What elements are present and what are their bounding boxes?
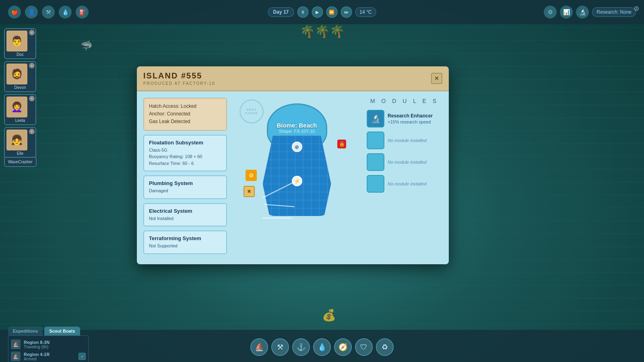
modal-header: ISLAND #555 PRODUCED AT FACTORY-10 × <box>137 66 449 91</box>
floatation-name: Floatation Subsystem <box>149 140 221 146</box>
modules-title: M O D U L E S <box>367 98 442 104</box>
biome-name: Biome: Beach <box>277 122 317 129</box>
floatation-card: Floatation Subsystem Class-5G Buoyancy R… <box>143 135 227 172</box>
expedition-list: ⛵ Region 8-3N Traveling (6h) ⛵ Region 4-… <box>8 335 89 362</box>
status-card: Hatch Access: Locked Anchor: Connected G… <box>143 98 227 131</box>
terraforming-card: Terraforming System Not Supported <box>143 230 227 254</box>
avatar-leela-face: 👩‍🦱 <box>6 97 27 117</box>
lock-icon: 🔒 <box>337 140 346 148</box>
avatar-devon-name: Devon <box>14 85 26 90</box>
module-slot-2[interactable]: No module installed <box>367 132 442 149</box>
electrical-status: Not Installed <box>149 215 221 222</box>
pause-button[interactable]: ⏸ <box>297 6 308 18</box>
avatar-devon-close[interactable]: × <box>29 63 35 68</box>
modal-right-panel: M O D U L E S 🔬 Research Enhancer +15% r… <box>360 91 449 264</box>
tab-expeditions[interactable]: Expeditions <box>8 327 43 335</box>
plumbing-name: Plumbing System <box>149 180 221 186</box>
module-slot-1[interactable]: 🔬 Research Enhancer +15% research speed <box>367 110 442 128</box>
modal-center-panel: SEAS STONE Biome: Beach Shape: FX-107-10… <box>233 91 360 264</box>
electrical-card: Electrical System Not Installed <box>143 203 227 227</box>
hud-tools-icon: ⚒ <box>42 6 55 19</box>
hud-food-icon: 🍎 <box>8 6 21 19</box>
warning-gear-icon: ⚙ <box>246 170 257 181</box>
modal-body: Hatch Access: Locked Anchor: Connected G… <box>137 91 449 264</box>
bottom-icon-water[interactable]: 💧 <box>313 338 331 356</box>
top-hud: 🍎 👤 ⚒ 💧 ⛽ Day 17 ⏸ ▶ ⏩ ⏭ 14 °C ⚙ 📊 🔬 Res… <box>0 0 644 24</box>
island-modal: ISLAND #555 PRODUCED AT FACTORY-10 × Hat… <box>137 66 449 264</box>
hud-center: Day 17 ⏸ ▶ ⏩ ⏭ 14 °C <box>268 6 376 18</box>
avatar-doc-close[interactable]: × <box>29 30 35 35</box>
module-slot-4[interactable]: No module installed <box>367 175 442 193</box>
plumbing-status: Damaged <box>149 187 221 194</box>
fast-forward-button[interactable]: ⏩ <box>326 6 337 18</box>
play-button[interactable]: ▶ <box>312 6 323 18</box>
biome-shape: Shape: FX-107-10 <box>279 129 315 134</box>
avatar-elle: 👧 × Elle <box>4 127 36 158</box>
avatars-panel: 👨 × Doc 🧔 × Devon 👩‍🦱 × Leela 👧 × Elle <box>4 28 36 158</box>
palm-decoration: 🌴🌴🌴 <box>300 24 345 38</box>
modal-left-panel: Hatch Access: Locked Anchor: Connected G… <box>137 91 233 264</box>
treasure-decoration: 💰 <box>322 309 336 322</box>
hud-people-icon: 👤 <box>25 6 38 19</box>
avatar-leela-name: Leela <box>15 118 25 123</box>
fastest-button[interactable]: ⏭ <box>341 6 352 18</box>
bottom-icon-anchor[interactable]: ⚓ <box>292 338 310 356</box>
shark-decoration: 🦈 <box>80 40 93 51</box>
anchor-node[interactable]: ⊕ <box>292 142 302 152</box>
module-1-text: Research Enhancer +15% research speed <box>388 113 442 124</box>
module-1-name: Research Enhancer <box>388 113 442 119</box>
bottom-icon-compass[interactable]: 🧭 <box>334 338 352 356</box>
module-3-name: No module installed <box>388 160 442 165</box>
day-counter: Day 17 <box>268 7 294 17</box>
expedition-item-2: ⛵ Region 4-1R Arrived › <box>11 350 86 362</box>
avatar-elle-face: 👧 <box>6 130 27 150</box>
plumbing-card: Plumbing System Damaged <box>143 175 227 199</box>
expedition-1-icon: ⛵ <box>11 339 21 349</box>
bottom-icon-ship[interactable]: ⛵ <box>250 338 268 356</box>
avatar-doc: 👨 × Doc <box>4 28 36 59</box>
electrical-node[interactable]: ⚡ <box>292 176 302 186</box>
module-slot-3[interactable]: No module installed <box>367 153 442 171</box>
module-2-text: No module installed <box>388 138 442 143</box>
research-display: Research: None <box>592 7 636 17</box>
temperature-display: 14 °C <box>355 7 376 17</box>
modal-subtitle: PRODUCED AT FACTORY-10 <box>143 81 215 86</box>
modal-close-button[interactable]: × <box>431 73 442 84</box>
expedition-1-status: Traveling (6h) <box>24 345 50 349</box>
wavecrasher-label: WaveCrasher <box>4 157 37 167</box>
hud-fuel-icon: ⛽ <box>76 6 89 19</box>
floatation-detail-0: Class-5G <box>149 147 221 154</box>
tab-scout-boats[interactable]: Scout Boats <box>44 327 80 335</box>
modal-title: ISLAND #555 <box>143 71 215 80</box>
settings-icon[interactable]: ⚙ <box>634 5 639 12</box>
bottom-icon-recycle[interactable]: ♻ <box>376 338 394 356</box>
bottom-action-icons: ⛵ ⚒ ⚓ 💧 🧭 🛡 ♻ <box>250 338 394 356</box>
module-1-desc: +15% research speed <box>388 119 442 124</box>
avatar-doc-name: Doc <box>17 52 24 57</box>
bottom-icon-tools[interactable]: ⚒ <box>271 338 289 356</box>
hatch-access-text: Hatch Access: Locked <box>149 103 221 110</box>
module-4-name: No module installed <box>388 181 442 186</box>
bottom-icon-shield[interactable]: 🛡 <box>355 338 373 356</box>
avatar-doc-face: 👨 <box>6 31 27 51</box>
hud-icon-3: 🔬 <box>576 6 589 19</box>
avatar-devon: 🧔 × Devon <box>4 61 36 92</box>
bottom-panel: Expeditions Scout Boats ⛵ Region 8-3N Tr… <box>0 330 644 362</box>
hud-water-icon: 💧 <box>59 6 72 19</box>
avatar-leela-close[interactable]: × <box>29 96 35 101</box>
module-3-icon <box>367 153 384 171</box>
expedition-1-region: Region 8-3N <box>24 340 50 345</box>
expedition-2-status: Arrived <box>24 357 50 361</box>
expedition-item-1: ⛵ Region 8-3N Traveling (6h) <box>11 338 86 350</box>
hud-icon-2: 📊 <box>560 6 573 19</box>
expedition-2-arrow[interactable]: › <box>78 353 86 360</box>
anchor-text: Anchor: Connected <box>149 110 221 118</box>
broken-terraforming-icon: ✖ <box>244 186 255 197</box>
module-3-text: No module installed <box>388 160 442 165</box>
avatar-devon-face: 🧔 <box>6 64 27 84</box>
electrical-name: Electrical System <box>149 208 221 214</box>
avatar-elle-name: Elle <box>17 151 24 156</box>
avatar-elle-close[interactable]: × <box>29 129 35 134</box>
expedition-2-icon: ⛵ <box>11 352 21 361</box>
expedition-2-region: Region 4-1R <box>24 352 50 357</box>
